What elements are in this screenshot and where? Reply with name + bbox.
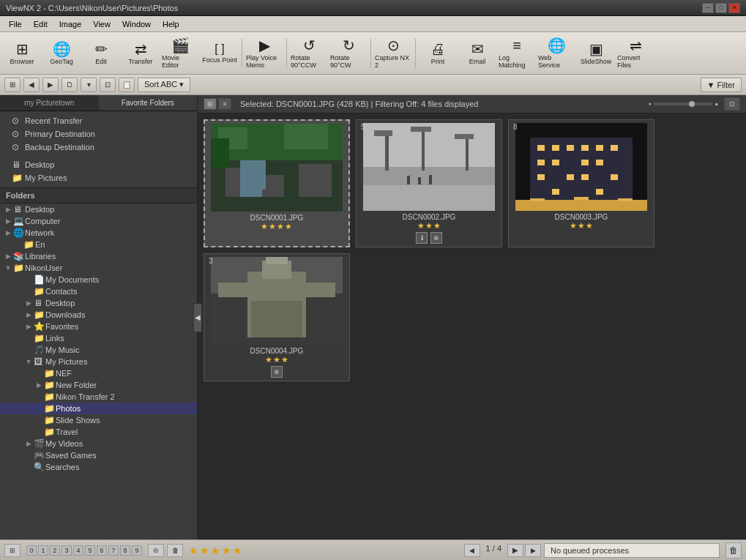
zoom-in-icon[interactable]: ▪ xyxy=(715,100,718,108)
rate-1[interactable]: 1 xyxy=(38,545,48,556)
star-4[interactable]: ★ xyxy=(222,545,231,556)
sidebar-item-desktop[interactable]: 🖥 Desktop xyxy=(0,158,197,171)
rotate-cw-button[interactable]: ↻ Rotate 90°CW xyxy=(329,35,368,72)
tree-item-downloads[interactable]: ▶ 📁 Downloads xyxy=(0,309,197,321)
edit-button[interactable]: ✏ Edit xyxy=(82,35,120,72)
thumbnail-3[interactable]: 8 DSCN0003.JPG ★★★ xyxy=(508,119,654,247)
tree-item-saved-games[interactable]: 🎮 Saved Games xyxy=(0,449,197,461)
star-3[interactable]: ★ xyxy=(211,545,220,556)
nav-prev-button[interactable]: ◀ xyxy=(464,544,480,557)
tree-item-my-music[interactable]: 🎵 My Music xyxy=(0,344,197,356)
geotag-button[interactable]: 🌐 GeoTag xyxy=(42,35,81,72)
sidebar-item-my-pictures-fav[interactable]: 📁 My Pictures xyxy=(0,171,197,184)
tree-item-my-videos[interactable]: ▶ 🎬 My Videos xyxy=(0,438,197,449)
thumbnail-2[interactable]: 5 DSCN0002.JPG ★★★ ℹ ⊕ xyxy=(356,119,502,247)
view-grid-btn[interactable]: ⊞ xyxy=(204,98,217,110)
rate-6[interactable]: 6 xyxy=(97,545,107,556)
rate-2[interactable]: 2 xyxy=(50,545,60,556)
rate-9[interactable]: 9 xyxy=(132,545,142,556)
close-button[interactable]: ✕ xyxy=(728,3,740,13)
menu-help[interactable]: Help xyxy=(157,18,185,30)
email-button[interactable]: ✉ Email xyxy=(458,35,496,72)
focus-point-button[interactable]: [ ] Focus Point xyxy=(201,35,239,72)
trash-filter-button[interactable]: 🗑 xyxy=(167,544,183,557)
tree-item-my-documents[interactable]: 📄 My Documents xyxy=(0,274,197,285)
zoom-thumb[interactable] xyxy=(689,101,695,107)
menu-file[interactable]: File xyxy=(3,18,28,30)
tree-item-searches[interactable]: 🔍 Searches xyxy=(0,461,197,473)
star-1[interactable]: ★ xyxy=(189,545,198,556)
tree-item-favorites[interactable]: ▶ ⭐ Favorites xyxy=(0,321,197,332)
nav-back-button[interactable]: ◀ xyxy=(23,78,40,92)
tree-item-travel[interactable]: 📁 Travel xyxy=(0,426,197,438)
star-5[interactable]: ★ xyxy=(233,545,242,556)
tab-favorite-folders[interactable]: Favorite Folders xyxy=(99,95,198,111)
tree-item-computer[interactable]: ▶ 💻 Computer xyxy=(0,215,197,227)
rate-4[interactable]: 4 xyxy=(73,545,83,556)
rate-0[interactable]: 0 xyxy=(26,545,37,556)
tree-item-network[interactable]: ▶ 🌐 Network xyxy=(0,227,197,239)
tree-item-new-folder[interactable]: ▶ 📁 New Folder xyxy=(0,379,197,391)
zoom-out-icon[interactable]: ▪ xyxy=(649,100,651,108)
rate-7[interactable]: 7 xyxy=(108,545,119,556)
transfer-button[interactable]: ⇄ Transfer xyxy=(122,35,160,72)
thumbnail-1[interactable]: DSCN0001.JPG ★★★★ xyxy=(204,119,350,247)
rate-8[interactable]: 8 xyxy=(120,545,130,556)
minimize-button[interactable]: ─ xyxy=(702,3,714,13)
star-2[interactable]: ★ xyxy=(200,545,209,556)
thumbnail-4[interactable]: 3 DSCN0004.JPG ★★★ ⊕ xyxy=(204,253,350,381)
browser-button[interactable]: ⊞ Browser xyxy=(3,35,41,72)
print-button[interactable]: 🖨 Print xyxy=(419,35,457,72)
tree-item-my-pictures[interactable]: ▼ 🖼 My Pictures xyxy=(0,356,197,367)
tree-item-contacts[interactable]: 📁 Contacts xyxy=(0,285,197,297)
nav-play-button[interactable]: ▶ xyxy=(507,544,523,557)
tree-item-nikonuser[interactable]: ▼ 📁 NikonUser xyxy=(0,262,197,274)
slideshow-button[interactable]: ▣ SlideShow xyxy=(577,35,615,72)
sidebar-item-primary-destination[interactable]: ⊙ Primary Destination xyxy=(0,127,197,141)
tree-item-desktop[interactable]: ▶ 🖥 Desktop xyxy=(0,204,197,215)
tab-my-picturetown[interactable]: my Picturetown xyxy=(0,95,99,111)
status-view-grid[interactable]: ⊞ xyxy=(4,544,20,557)
trash-button[interactable]: 🗑 xyxy=(726,542,742,559)
view-list-btn[interactable]: ≡ xyxy=(218,98,231,110)
rate-3[interactable]: 3 xyxy=(61,545,72,556)
filter-button[interactable]: ▼ Filter xyxy=(701,78,742,92)
log-matching-button[interactable]: ≡ Log Matching xyxy=(498,35,536,72)
tree-item-nef[interactable]: 📁 NEF xyxy=(0,367,197,379)
rate-5[interactable]: 5 xyxy=(85,545,95,556)
menu-view[interactable]: View xyxy=(87,18,116,30)
view-grid-button[interactable]: ⊞ xyxy=(4,78,20,92)
tree-item-en[interactable]: 📁 En xyxy=(0,239,197,250)
menu-image[interactable]: Image xyxy=(53,18,88,30)
web-service-button[interactable]: 🌐 Web Service xyxy=(537,35,575,72)
thumb-name-4: DSCN0004.JPG xyxy=(250,347,304,355)
zoom-slider: ▪ ▪ xyxy=(649,100,718,108)
nav-paste-button[interactable]: 📋 xyxy=(119,78,135,92)
tree-item-links[interactable]: 📁 Links xyxy=(0,332,197,344)
nav-options-1[interactable]: 🗋 xyxy=(61,78,78,92)
nav-copy-button[interactable]: ⊡ xyxy=(100,78,116,92)
rotate-ccw-button[interactable]: ↺ Rotate 90°CCW xyxy=(290,35,328,72)
tree-item-slide-shows[interactable]: 📁 Slide Shows xyxy=(0,414,197,426)
view-fit-button[interactable]: ⊡ xyxy=(724,97,740,111)
sidebar-toggle-button[interactable]: ◀ xyxy=(193,303,202,332)
sidebar-item-recent-transfer[interactable]: ⊙ Recent Transfer xyxy=(0,114,197,127)
tree-item-libraries[interactable]: ▶ 📚 Libraries xyxy=(0,250,197,262)
nav-next-button[interactable]: ▶ xyxy=(525,544,541,557)
maximize-button[interactable]: □ xyxy=(715,3,727,13)
sidebar-item-backup-destination[interactable]: ⊙ Backup Destination xyxy=(0,141,197,154)
nav-options-2[interactable]: ▾ xyxy=(81,78,97,92)
menu-window[interactable]: Window xyxy=(116,18,157,30)
menu-edit[interactable]: Edit xyxy=(28,18,53,30)
play-voice-memo-button[interactable]: ▶ Play Voice Memo xyxy=(245,35,283,72)
tree-item-nikon-transfer-2[interactable]: 📁 Nikon Transfer 2 xyxy=(0,391,197,403)
nav-forward-button[interactable]: ▶ xyxy=(42,78,59,92)
capture-nx2-button[interactable]: ⊙ Capture NX 2 xyxy=(374,35,412,72)
zoom-track[interactable] xyxy=(654,102,712,105)
tree-item-photos[interactable]: 📁 Photos xyxy=(0,403,197,414)
no-filter-button[interactable]: ⊘ xyxy=(148,544,164,557)
sort-dropdown[interactable]: Sort ABC ▾ xyxy=(138,78,190,92)
movie-editor-button[interactable]: 🎬 Movie Editor xyxy=(161,35,199,72)
convert-files-button[interactable]: ⇌ Convert Files xyxy=(616,35,654,72)
tree-item-desktop-sub[interactable]: ▶ 🖥 Desktop xyxy=(0,297,197,309)
